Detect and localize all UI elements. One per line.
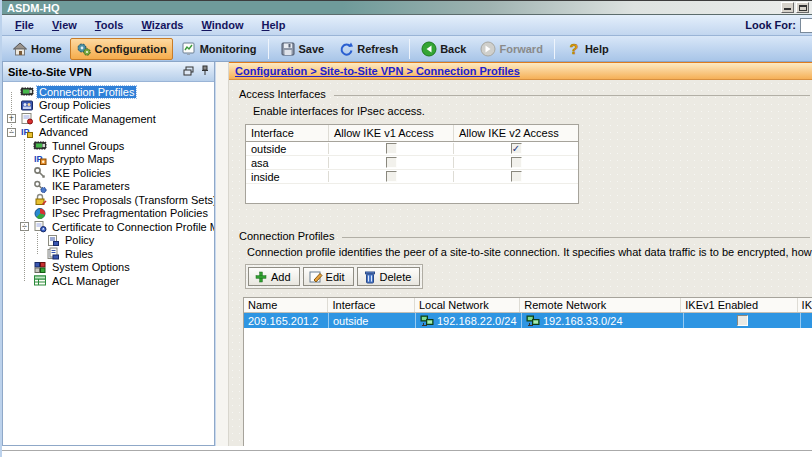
cell-ike-v1 [328,157,453,168]
tree-item-label: Connection Profiles [37,86,136,98]
edit-button[interactable]: Edit [303,267,354,286]
tree-item-label: System Options [50,261,132,273]
minimize-button[interactable] [781,2,794,13]
profile-row-209-165-201-2[interactable]: 209.165.201.2outside192.168.22.0/24192.1… [244,313,812,328]
save-button[interactable]: Save [274,38,331,60]
button-label: Delete [380,271,412,283]
toolbar-separator [554,39,555,59]
delete-button[interactable]: Delete [357,267,421,286]
tree-item-advanced[interactable]: −IPAdvanced [3,126,214,140]
toolbar-button-label: Monitoring [200,43,257,55]
edit-icon [308,269,323,284]
tree-item-policy[interactable]: Policy [3,234,214,248]
tree-item-certificate-management[interactable]: +Certificate Management [3,112,214,126]
float-panel-icon[interactable] [183,66,194,78]
delete-icon [362,269,377,284]
local-network-value: 192.168.22.0/24 [437,315,517,327]
tree-item-ipsec-proposals-transform-sets[interactable]: IPsec Proposals (Transform Sets) [3,193,214,207]
tree-item-connection-profiles[interactable]: Connection Profiles [3,85,214,99]
menu-file[interactable]: File [6,17,43,33]
window-bottom [2,446,812,457]
tree-item-label: Certificate to Connection Profile Maps [50,221,214,233]
toolbar-button-label: Forward [499,43,542,55]
tree-item-label: ACL Manager [50,275,121,287]
configuration-button[interactable]: Configuration [70,38,173,60]
ipsec-proposals-icon [33,193,47,206]
ike-policies-icon [33,166,47,179]
column-header-local-network[interactable]: Local Network [414,298,519,312]
look-for-input[interactable] [800,18,812,33]
connection-profiles-description: Connection profile identifies the peer o… [247,246,812,258]
cell-ikev1-enabled [683,313,800,328]
acl-manager-icon [33,274,47,287]
menu-window[interactable]: Window [192,17,252,33]
cell-ike-v1 [328,171,453,182]
column-header-interface[interactable]: Interface [246,125,328,141]
checkbox-unchecked[interactable] [737,315,748,326]
toolbar-separator [268,39,269,59]
tree-item-certificate-to-connection-profile-maps[interactable]: −Certificate to Connection Profile Maps [3,220,214,234]
tree-item-label: Certificate Management [37,113,158,125]
checkbox-unchecked[interactable] [511,157,522,168]
column-header-ikev1-enabled[interactable]: IKEv1 Enabled [680,298,796,312]
access-table-header-row: InterfaceAllow IKE v1 AccessAllow IKE v2… [246,125,578,142]
forward-button[interactable]: Forward [474,38,548,60]
add-button[interactable]: Add [248,267,300,286]
breadcrumb[interactable]: Configuration > Site-to-Site VPN > Conne… [235,65,520,77]
tree-item-ike-parameters[interactable]: IKE Parameters [3,180,214,194]
toolbar-button-label: Configuration [95,43,167,55]
vpn-tree: Connection ProfilesGroup Policies+Certif… [3,82,214,445]
access-table-row-asa[interactable]: asa [246,156,578,170]
network-icon [420,315,434,327]
monitoring-button[interactable]: Monitoring [175,38,263,60]
menu-help[interactable]: Help [253,17,295,33]
help-button[interactable]: ?Help [560,38,615,60]
tree-item-crypto-maps[interactable]: IPCrypto Maps [3,153,214,167]
column-header-interface[interactable]: Interface [327,298,413,312]
maximize-button[interactable] [796,2,809,13]
pin-panel-icon[interactable] [201,65,209,78]
column-header-allow-ike-v1-access[interactable]: Allow IKE v1 Access [328,125,453,141]
remote-network-value: 192.168.33.0/24 [543,315,623,327]
checkbox-unchecked[interactable] [386,157,397,168]
system-options-icon [33,261,47,274]
tree-item-label: IKE Policies [50,167,113,179]
certificate-map-icon [33,220,47,233]
checkbox-unchecked[interactable] [511,171,522,182]
connection-profiles-section: Connection Profiles Connection profile i… [239,230,812,446]
refresh-button[interactable]: Refresh [332,38,404,60]
tree-item-label: Rules [63,248,95,260]
checkbox-unchecked[interactable] [386,171,397,182]
tree-item-ipsec-prefragmentation-policies[interactable]: IPsec Prefragmentation Policies [3,207,214,221]
button-label: Add [271,271,291,283]
network-icon [526,315,540,327]
checkbox-checked[interactable]: ✓ [511,143,522,154]
home-button[interactable]: Home [6,38,68,60]
access-table-row-inside[interactable]: inside [246,170,578,184]
tree-item-rules[interactable]: Rules [3,247,214,261]
menu-view[interactable]: View [43,17,86,33]
menu-wizards[interactable]: Wizards [132,17,192,33]
access-table-row-outside[interactable]: outside✓ [246,142,578,156]
tree-item-acl-manager[interactable]: ACL Manager [3,274,214,288]
tree-item-ike-policies[interactable]: IKE Policies [3,166,214,180]
column-header-ik[interactable]: IK [797,298,812,312]
column-header-remote-network[interactable]: Remote Network [519,298,680,312]
menu-tools[interactable]: Tools [86,17,133,33]
back-button[interactable]: Back [415,38,472,60]
tunnel-groups-icon [33,139,47,152]
menu-items: FileViewToolsWizardsWindowHelp [6,17,294,33]
checkbox-unchecked[interactable] [386,143,397,154]
column-header-allow-ike-v2-access[interactable]: Allow IKE v2 Access [453,125,578,141]
cell-ike-v2: ✓ [453,143,578,154]
sidebar-panel: Site-to-Site VPN Connection ProfilesGrou… [2,62,215,446]
ipsec-prefragmentation-icon [33,207,47,220]
toolbar-button-label: Refresh [357,43,398,55]
help-icon: ? [566,41,582,57]
tree-item-system-options[interactable]: System Options [3,261,214,275]
column-header-name[interactable]: Name [244,298,327,312]
tree-item-group-policies[interactable]: Group Policies [3,99,214,113]
window-title: ASDM-HQ [7,2,60,14]
tree-item-tunnel-groups[interactable]: Tunnel Groups [3,139,214,153]
panel-splitter[interactable] [215,62,229,446]
